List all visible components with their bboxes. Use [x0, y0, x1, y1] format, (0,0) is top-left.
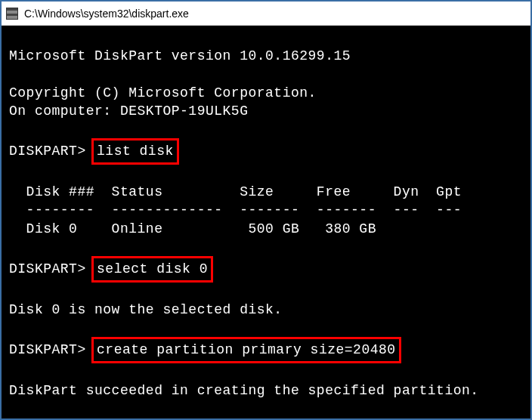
prompt: DISKPART>: [9, 342, 86, 357]
disk-table-header: Disk ### Status Size Free Dyn Gpt: [9, 184, 462, 199]
command-select-disk: select disk 0: [91, 256, 213, 282]
computer-line: On computer: DESKTOP-19ULK5G: [9, 103, 248, 119]
command-list-disk: list disk: [91, 138, 179, 164]
terminal-output[interactable]: Microsoft DiskPart version 10.0.16299.15…: [2, 26, 530, 418]
disk-table-divider: -------- ------------- ------- ------- -…: [9, 202, 462, 218]
create-partition-message: DiskPart succeeded in creating the speci…: [9, 383, 479, 398]
app-icon: [6, 8, 18, 20]
disk-table-row: Disk 0 Online 500 GB 380 GB: [9, 221, 376, 236]
command-create-partition: create partition primary size=20480: [91, 337, 401, 363]
diskpart-window: C:\Windows\system32\diskpart.exe Microso…: [0, 0, 532, 420]
version-line: Microsoft DiskPart version 10.0.16299.15: [9, 48, 351, 63]
copyright-line: Copyright (C) Microsoft Corporation.: [9, 85, 317, 100]
titlebar[interactable]: C:\Windows\system32\diskpart.exe: [2, 2, 530, 26]
prompt: DISKPART>: [9, 261, 86, 276]
select-disk-message: Disk 0 is now the selected disk.: [9, 302, 283, 317]
prompt: DISKPART>: [9, 144, 86, 159]
titlebar-path: C:\Windows\system32\diskpart.exe: [24, 8, 189, 20]
